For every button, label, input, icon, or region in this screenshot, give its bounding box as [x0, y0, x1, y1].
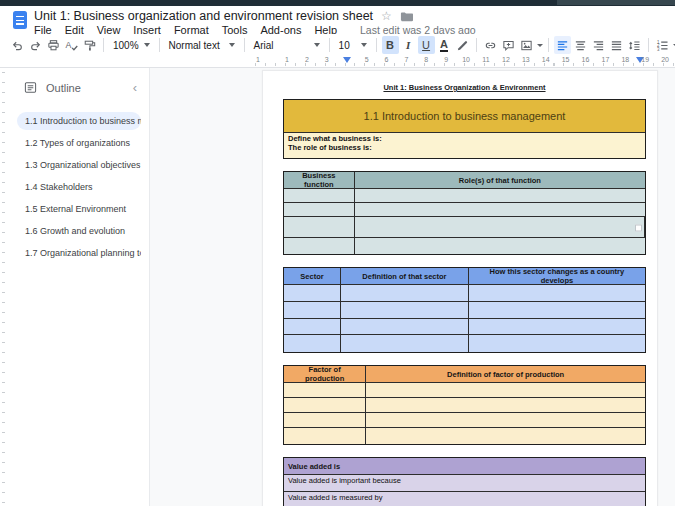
business-function-table-cell[interactable] — [284, 189, 355, 203]
sector-table-cell[interactable] — [469, 302, 645, 319]
sector-table-cell[interactable] — [284, 335, 341, 352]
star-icon[interactable]: ☆ — [381, 10, 392, 22]
collapse-outline-icon[interactable]: ‹ — [133, 81, 137, 94]
factor-production-table-cell[interactable] — [366, 413, 645, 428]
factor-production-table-cell[interactable] — [284, 428, 366, 444]
factor-production-table-cell[interactable] — [366, 398, 645, 413]
ruler-number: 19 — [641, 56, 649, 63]
align-right-button[interactable] — [590, 36, 607, 54]
line-spacing-button[interactable] — [626, 36, 643, 54]
outline-item-7[interactable]: 1.7 Organizational planning tool... — [17, 244, 141, 262]
sector-table-cell[interactable] — [341, 319, 469, 335]
outline-item-2[interactable]: 1.2 Types of organizations — [17, 134, 141, 152]
intro-table-cell[interactable]: Define what a business is:The role of bu… — [284, 133, 645, 158]
paragraph-style-select[interactable]: Normal text — [165, 36, 239, 54]
align-left-button[interactable] — [554, 36, 571, 54]
document-title[interactable]: Unit 1: Business organization and enviro… — [34, 9, 373, 23]
ruler-number: 14 — [542, 56, 550, 63]
value-added-table-cell[interactable]: Value added is important because — [284, 475, 645, 492]
outline-item-5[interactable]: 1.5 External Environment — [17, 200, 141, 218]
factor-production-table-cell[interactable] — [366, 383, 645, 398]
vertical-ruler[interactable] — [0, 68, 8, 506]
factor-production-table-cell[interactable] — [284, 413, 366, 428]
sector-table-cell[interactable] — [341, 285, 469, 302]
factor-production-table[interactable]: Factor of productionDefinition of factor… — [283, 365, 646, 445]
redo-button[interactable] — [27, 36, 44, 54]
sector-table-header-cell[interactable]: How this sector changes as a country dev… — [469, 268, 645, 285]
ruler-number: 12 — [502, 56, 510, 63]
factor-production-table-cell[interactable] — [284, 398, 366, 413]
insert-image-button[interactable] — [518, 36, 535, 54]
underline-button[interactable]: U — [418, 36, 435, 54]
document-heading[interactable]: Unit 1: Business Organization & Environm… — [283, 83, 646, 92]
outline-item-4[interactable]: 1.4 Stakeholders — [17, 178, 141, 196]
insert-link-button[interactable] — [482, 36, 499, 54]
intro-table[interactable]: 1.1 Introduction to business managementD… — [283, 99, 646, 159]
undo-button[interactable] — [9, 36, 26, 54]
business-function-table-cell[interactable] — [355, 189, 645, 203]
google-docs-window: Unit 1: Business organization and enviro… — [0, 0, 675, 506]
page-tables: 1.1 Introduction to business managementD… — [283, 99, 646, 506]
folder-icon[interactable] — [400, 10, 413, 23]
sector-table-cell[interactable] — [469, 335, 645, 352]
outline-item-1[interactable]: 1.1 Introduction to business ma... — [17, 112, 141, 130]
zoom-select[interactable]: 100% — [109, 36, 154, 54]
add-comment-button[interactable] — [500, 36, 517, 54]
font-family-select[interactable]: Arial — [250, 36, 324, 54]
ruler-number: 7 — [404, 56, 408, 63]
sector-table-cell[interactable] — [469, 285, 645, 302]
outline-item-3[interactable]: 1.3 Organizational objectives — [17, 156, 141, 174]
sector-table-header-cell[interactable]: Sector — [284, 268, 341, 285]
sector-table-cell[interactable] — [284, 302, 341, 319]
business-function-table-header-cell[interactable]: Business function — [284, 172, 355, 189]
font-size-select[interactable]: 10 — [335, 36, 371, 54]
sector-table-cell[interactable] — [341, 335, 469, 352]
ruler-number: 8 — [424, 56, 428, 63]
ruler-number: 11 — [482, 56, 489, 63]
business-function-table-cell[interactable] — [284, 238, 355, 254]
factor-production-table-header-cell[interactable]: Factor of production — [284, 366, 366, 383]
ruler-number: 15 — [562, 56, 570, 63]
sector-table-cell[interactable] — [341, 302, 469, 319]
numbered-list-button[interactable]: 123 — [654, 36, 671, 54]
insert-image-caret[interactable] — [537, 44, 543, 47]
document-page[interactable]: Unit 1: Business Organization & Environm… — [262, 70, 658, 506]
bold-button[interactable]: B — [382, 36, 399, 54]
align-center-button[interactable] — [572, 36, 589, 54]
business-function-table-cell[interactable] — [284, 217, 355, 238]
document-canvas[interactable]: Unit 1: Business Organization & Environm… — [150, 68, 675, 506]
factor-production-table-cell[interactable] — [284, 383, 366, 398]
ruler-number: 20 — [661, 56, 669, 63]
print-button[interactable] — [45, 36, 62, 54]
align-justify-button[interactable] — [608, 36, 625, 54]
factor-production-table-cell[interactable] — [366, 428, 645, 444]
sector-table[interactable]: SectorDefinition of that sectorHow this … — [283, 267, 646, 353]
spell-check-icon[interactable]: A — [63, 36, 80, 54]
intro-table-header-cell[interactable]: 1.1 Introduction to business management — [284, 100, 645, 133]
value-added-table-header-cell[interactable]: Value added is — [284, 458, 645, 475]
ruler-number: 18 — [621, 56, 629, 63]
business-function-table-header-cell[interactable]: Role(s) of that function — [355, 172, 645, 189]
italic-button[interactable]: I — [400, 36, 417, 54]
text-color-button[interactable]: A — [436, 36, 453, 54]
outline-item-6[interactable]: 1.6 Growth and evolution — [17, 222, 141, 240]
horizontal-ruler[interactable]: 1123567891011121314151617181920 — [255, 56, 675, 67]
paint-format-button[interactable] — [81, 36, 98, 54]
factor-production-table-header-cell[interactable]: Definition of factor of production — [366, 366, 645, 383]
value-added-table-cell[interactable]: Value added is measured by — [284, 492, 645, 506]
sector-table-header-cell[interactable]: Definition of that sector — [341, 268, 469, 285]
business-function-table-cell[interactable] — [355, 238, 645, 254]
business-function-table-cell[interactable] — [284, 203, 355, 217]
google-docs-icon[interactable] — [13, 11, 27, 29]
outline-title: Outline — [46, 82, 81, 94]
business-function-table-cell[interactable] — [355, 217, 645, 238]
business-function-table-cell[interactable] — [355, 203, 645, 217]
left-indent-marker[interactable] — [343, 57, 351, 63]
sector-table-cell[interactable] — [469, 319, 645, 335]
sector-table-cell[interactable] — [284, 319, 341, 335]
business-function-table[interactable]: Business functionRole(s) of that functio… — [283, 171, 646, 255]
cell-resize-handle[interactable] — [635, 224, 642, 231]
sector-table-cell[interactable] — [284, 285, 341, 302]
value-added-table[interactable]: Value added isValue added is important b… — [283, 457, 646, 506]
highlight-color-button[interactable] — [454, 36, 471, 54]
